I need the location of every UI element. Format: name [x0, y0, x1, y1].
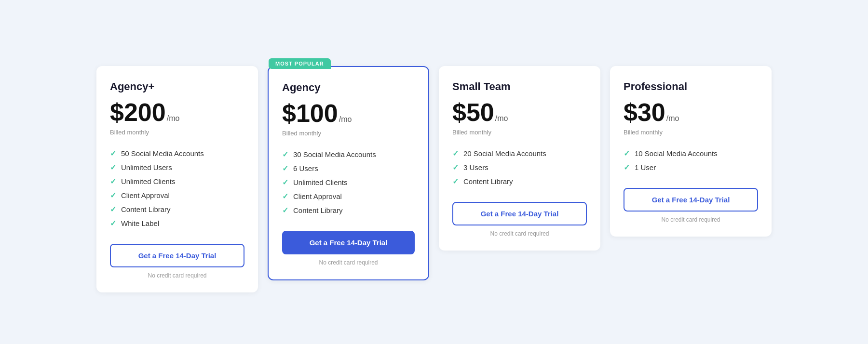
- price-amount: $200: [110, 100, 166, 125]
- feature-item: ✓ 30 Social Media Accounts: [282, 147, 415, 161]
- trial-button[interactable]: Get a Free 14-Day Trial: [282, 231, 415, 254]
- price-amount: $30: [624, 100, 665, 125]
- no-cc-text: No credit card required: [282, 259, 415, 266]
- feature-item: ✓ 50 Social Media Accounts: [110, 146, 244, 160]
- feature-item: ✓ Unlimited Clients: [282, 175, 415, 189]
- price-per: /mo: [339, 115, 352, 124]
- feature-text: Unlimited Users: [121, 163, 172, 172]
- price-per: /mo: [666, 114, 679, 123]
- feature-item: ✓ 10 Social Media Accounts: [624, 146, 758, 160]
- feature-text: Client Approval: [121, 191, 170, 199]
- billed-note: Billed monthly: [110, 129, 244, 136]
- plan-name: Agency: [282, 81, 415, 94]
- feature-item: ✓ Content Library: [282, 203, 415, 217]
- feature-item: ✓ 1 User: [624, 160, 758, 174]
- plan-card-small-team: Small Team $50 /mo Billed monthly ✓ 20 S…: [439, 66, 600, 251]
- check-icon: ✓: [110, 219, 116, 228]
- trial-button[interactable]: Get a Free 14-Day Trial: [624, 188, 758, 212]
- price-row: $100 /mo: [282, 101, 415, 126]
- feature-text: 50 Social Media Accounts: [121, 149, 204, 158]
- trial-button[interactable]: Get a Free 14-Day Trial: [110, 244, 244, 267]
- no-cc-text: No credit card required: [452, 230, 587, 237]
- check-icon: ✓: [282, 178, 288, 187]
- billed-note: Billed monthly: [452, 129, 587, 136]
- feature-item: ✓ Content Library: [452, 174, 587, 188]
- features-list: ✓ 20 Social Media Accounts ✓ 3 Users ✓ C…: [452, 146, 587, 188]
- check-icon: ✓: [624, 163, 630, 172]
- price-row: $200 /mo: [110, 100, 244, 125]
- check-icon: ✓: [624, 149, 630, 158]
- check-icon: ✓: [110, 149, 116, 158]
- features-list: ✓ 50 Social Media Accounts ✓ Unlimited U…: [110, 146, 244, 230]
- feature-text: 1 User: [635, 163, 656, 172]
- feature-text: Client Approval: [293, 192, 342, 200]
- feature-text: Content Library: [121, 205, 171, 213]
- features-list: ✓ 30 Social Media Accounts ✓ 6 Users ✓ U…: [282, 147, 415, 217]
- price-per: /mo: [167, 114, 180, 123]
- feature-item: ✓ Unlimited Clients: [110, 174, 244, 188]
- check-icon: ✓: [452, 163, 459, 172]
- plan-name: Agency+: [110, 80, 244, 93]
- feature-text: 6 Users: [293, 164, 318, 172]
- check-icon: ✓: [110, 191, 116, 200]
- price-row: $50 /mo: [452, 100, 587, 125]
- plan-card-agency-plus: Agency+ $200 /mo Billed monthly ✓ 50 Soc…: [96, 66, 258, 292]
- price-amount: $100: [282, 101, 338, 126]
- feature-item: ✓ White Label: [110, 216, 244, 230]
- feature-text: Content Library: [293, 206, 343, 214]
- features-list: ✓ 10 Social Media Accounts ✓ 1 User: [624, 146, 758, 174]
- feature-text: Unlimited Clients: [293, 178, 348, 186]
- feature-text: 30 Social Media Accounts: [293, 150, 376, 159]
- no-cc-text: No credit card required: [110, 272, 244, 279]
- price-amount: $50: [452, 100, 494, 125]
- feature-item: ✓ 20 Social Media Accounts: [452, 146, 587, 160]
- trial-button[interactable]: Get a Free 14-Day Trial: [452, 202, 587, 225]
- price-per: /mo: [495, 114, 508, 123]
- feature-item: ✓ Content Library: [110, 202, 244, 216]
- most-popular-badge: MOST POPULAR: [269, 58, 331, 69]
- feature-text: 10 Social Media Accounts: [635, 149, 718, 158]
- billed-note: Billed monthly: [624, 129, 758, 136]
- check-icon: ✓: [110, 177, 116, 186]
- no-cc-text: No credit card required: [624, 216, 758, 223]
- feature-text: 3 Users: [463, 163, 488, 172]
- feature-item: ✓ Unlimited Users: [110, 160, 244, 174]
- billed-note: Billed monthly: [282, 130, 415, 137]
- check-icon: ✓: [282, 206, 288, 215]
- plan-card-professional: Professional $30 /mo Billed monthly ✓ 10…: [610, 66, 772, 237]
- check-icon: ✓: [452, 149, 459, 158]
- feature-text: 20 Social Media Accounts: [463, 149, 546, 158]
- check-icon: ✓: [282, 164, 288, 173]
- check-icon: ✓: [110, 205, 116, 214]
- price-row: $30 /mo: [624, 100, 758, 125]
- feature-text: White Label: [121, 219, 159, 227]
- plan-name: Small Team: [452, 80, 587, 93]
- feature-text: Content Library: [463, 177, 513, 185]
- plan-card-agency: MOST POPULAR Agency $100 /mo Billed mont…: [268, 66, 429, 280]
- feature-item: ✓ Client Approval: [110, 188, 244, 202]
- feature-item: ✓ 3 Users: [452, 160, 587, 174]
- check-icon: ✓: [282, 192, 288, 201]
- feature-item: ✓ Client Approval: [282, 189, 415, 203]
- plan-name: Professional: [624, 80, 758, 93]
- check-icon: ✓: [110, 163, 116, 172]
- pricing-grid: Agency+ $200 /mo Billed monthly ✓ 50 Soc…: [96, 52, 772, 292]
- check-icon: ✓: [452, 177, 459, 186]
- feature-item: ✓ 6 Users: [282, 161, 415, 175]
- check-icon: ✓: [282, 150, 288, 159]
- feature-text: Unlimited Clients: [121, 177, 176, 185]
